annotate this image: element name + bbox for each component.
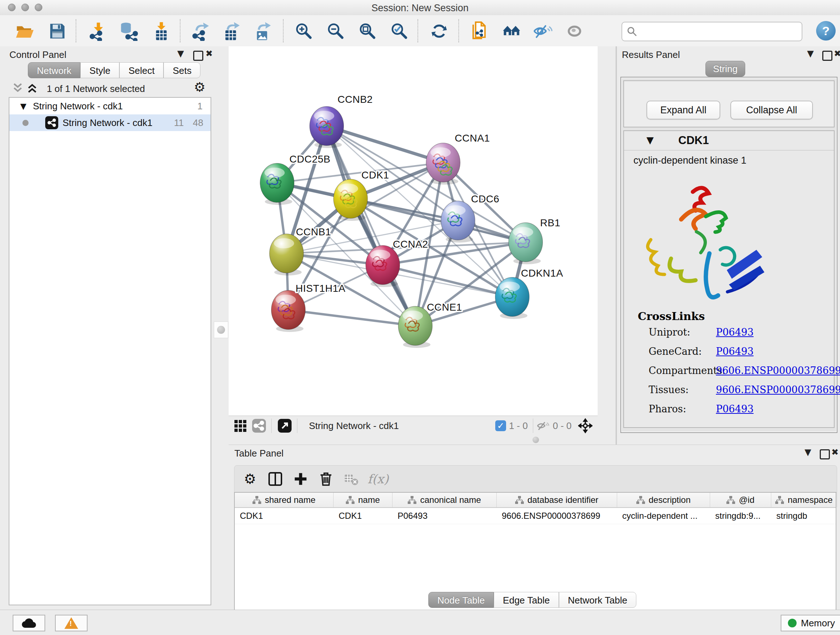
export-image-button[interactable] (252, 20, 273, 42)
tab-network-table[interactable]: Network Table (559, 592, 636, 608)
network-node-CCNB1[interactable] (270, 234, 303, 276)
refresh-button[interactable] (428, 20, 450, 42)
table-cell[interactable]: CDK1 (235, 508, 333, 524)
tree-expand-icon[interactable]: ▼ (20, 102, 27, 111)
splitter-handle[interactable] (532, 437, 539, 443)
import-table-button[interactable] (150, 20, 172, 42)
table-cell[interactable]: 9606.ENSP00000378699 (497, 508, 617, 524)
gear-icon[interactable]: ⚙ (240, 469, 260, 489)
memory-button[interactable]: Memory (781, 615, 840, 631)
tab-select[interactable]: Select (119, 62, 164, 78)
network-node-CDKN1A[interactable] (495, 277, 529, 319)
crosslink-value[interactable]: P06493 (716, 346, 753, 357)
trash-icon[interactable] (316, 469, 336, 489)
network-edge[interactable] (327, 126, 415, 326)
collapse-all-button[interactable]: Collapse All (730, 101, 813, 119)
column-header-namespace[interactable]: namespace (771, 493, 837, 507)
table-row[interactable]: CDK1CDK1P064939606.ENSP00000378699cyclin… (235, 508, 836, 524)
network-node-CCNB2[interactable] (309, 106, 344, 148)
tab-network[interactable]: Network (28, 62, 80, 78)
crosslink-value[interactable]: P06493 (716, 326, 753, 338)
panel-close-icon[interactable]: ✖ (205, 49, 213, 59)
import-network-file-button[interactable] (88, 20, 109, 42)
open-in-new-icon[interactable] (278, 418, 292, 433)
save-session-button[interactable] (46, 20, 68, 42)
search-input[interactable] (638, 24, 802, 39)
network-row[interactable]: String Network - cdk1 11 48 (9, 114, 210, 131)
splitter-handle[interactable] (214, 321, 228, 338)
panel-close-icon[interactable]: ✖ (831, 447, 838, 457)
column-header-shared-name[interactable]: shared name (235, 493, 333, 507)
warning-status-button[interactable] (55, 615, 88, 631)
table-cell[interactable]: CDK1 (333, 508, 393, 524)
network-canvas[interactable]: CCNB2CCNA1CDC25BCDK1CDC6RB1CCNB1CCNA2CDK… (229, 46, 598, 416)
table-cell[interactable]: P06493 (393, 508, 497, 524)
table-cell[interactable]: stringdb:9... (710, 508, 771, 524)
column-header-database-identifier[interactable]: database identifier (497, 493, 617, 507)
cloud-status-button[interactable] (13, 615, 45, 631)
hidden-eye-icon[interactable] (535, 418, 550, 433)
panel-menu-icon[interactable]: ▼ (805, 447, 811, 457)
home-button[interactable] (501, 20, 523, 42)
expand-collapse-bar: Expand All Collapse All (623, 80, 835, 127)
export-network-button[interactable] (190, 20, 212, 42)
network-node-HIST1H1A[interactable] (271, 290, 305, 332)
grid-view-icon[interactable] (233, 418, 248, 433)
crosslink-value[interactable]: 9606.ENSP00000378699 (716, 384, 840, 395)
panel-close-icon[interactable]: ✖ (834, 49, 840, 59)
export-table-button[interactable] (221, 20, 242, 42)
memory-status-dot (788, 619, 797, 627)
zoom-out-button[interactable] (325, 20, 347, 42)
panel-menu-icon[interactable]: ▼ (177, 49, 184, 59)
crosslink-value[interactable]: P06493 (716, 403, 753, 415)
function-builder-icon[interactable]: f(x) (368, 472, 388, 486)
network-edge[interactable] (288, 310, 415, 326)
panel-menu-icon[interactable]: ▼ (807, 49, 813, 59)
zoom-in-button[interactable] (293, 20, 315, 42)
tab-string[interactable]: String (706, 61, 745, 77)
delete-table-icon[interactable] (341, 469, 361, 489)
search-box[interactable] (622, 22, 802, 41)
share-network-icon[interactable] (252, 418, 266, 433)
tab-style[interactable]: Style (80, 62, 119, 78)
expand-all-button[interactable]: Expand All (646, 101, 720, 119)
selected-checkbox-icon[interactable]: ✓ (495, 420, 506, 431)
column-header-canonical-name[interactable]: canonical name (393, 493, 497, 507)
tab-sets[interactable]: Sets (164, 62, 201, 78)
crosslink-label: GeneCard: (633, 346, 716, 357)
column-header-description[interactable]: description (617, 493, 710, 507)
table-cell[interactable]: stringdb (771, 508, 837, 524)
share-document-button[interactable] (469, 20, 491, 42)
add-column-icon[interactable] (291, 469, 310, 489)
show-columns-icon[interactable] (265, 469, 285, 489)
collapse-section-icon[interactable]: ▼ (646, 135, 654, 146)
column-header-name[interactable]: name (333, 493, 393, 507)
network-node-CCNA1[interactable] (426, 143, 460, 185)
zoom-fit-button[interactable] (357, 20, 378, 42)
panel-float-icon[interactable] (822, 51, 832, 61)
crosslink-value[interactable]: 9606.ENSP00000378699 (716, 365, 840, 376)
table-cell[interactable]: cyclin-dependent ... (617, 508, 710, 524)
network-node-CDC25B[interactable] (260, 163, 294, 205)
import-table-icon (152, 21, 171, 41)
horizontal-splitter[interactable] (229, 435, 598, 445)
network-node-RB1[interactable] (508, 223, 543, 264)
hide-panels-button[interactable] (532, 20, 554, 42)
left-splitter[interactable] (213, 46, 229, 610)
network-collection-row[interactable]: ▼ String Network - cdk1 1 (9, 98, 210, 114)
show-panels-button[interactable] (564, 20, 585, 42)
open-session-button[interactable] (14, 20, 35, 42)
column-header-at-id[interactable]: @id (710, 493, 771, 507)
birdseye-view-icon[interactable] (578, 418, 592, 433)
tab-edge-table[interactable]: Edge Table (494, 592, 559, 608)
network-edge[interactable] (327, 126, 443, 163)
gene-section-header[interactable]: ▼ CDK1 (624, 131, 834, 150)
share-document-icon (470, 21, 489, 41)
panel-float-icon[interactable] (820, 449, 830, 459)
zoom-selected-button[interactable] (388, 20, 410, 42)
help-button[interactable]: ? (816, 21, 836, 41)
panel-float-icon[interactable] (193, 51, 203, 61)
import-network-database-button[interactable] (118, 20, 140, 42)
gear-icon[interactable]: ⚙ (194, 80, 205, 95)
tab-node-table[interactable]: Node Table (428, 592, 494, 608)
